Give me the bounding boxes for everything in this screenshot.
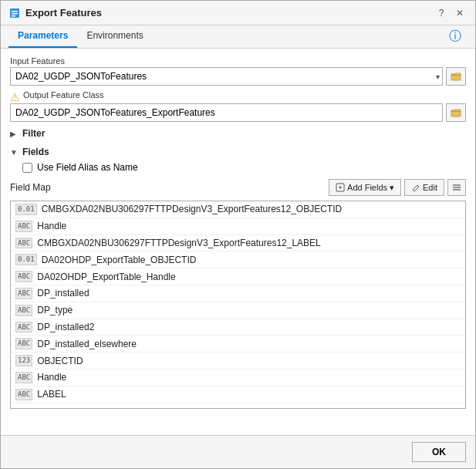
field-item[interactable]: ABCHandle: [11, 218, 465, 235]
tab-parameters[interactable]: Parameters: [8, 25, 77, 48]
use-field-alias-label: Use Field Alias as Name: [37, 162, 138, 173]
hamburger-icon: [451, 183, 462, 192]
field-name-label: LABEL: [37, 389, 66, 400]
output-feature-class-row: [10, 103, 466, 122]
use-field-alias-checkbox[interactable]: [22, 163, 32, 173]
field-type-icon: 0.01: [15, 254, 37, 265]
warning-row: ⚠ Output Feature Class: [10, 90, 466, 103]
field-type-icon: ABC: [15, 271, 32, 282]
chevron-down-icon: ▼: [10, 148, 19, 157]
field-type-icon: ABC: [15, 221, 32, 232]
input-features-select-wrapper: DA02_UGDP_JSONToFeatures ▾: [10, 67, 443, 86]
close-button[interactable]: ✕: [452, 5, 468, 21]
title-bar-left: Export Features: [8, 7, 102, 19]
filter-section-row[interactable]: ▶ Filter: [10, 127, 466, 140]
field-name-label: DA02OHDP_ExportTable_OBJECTID: [42, 255, 197, 265]
field-item[interactable]: ABCDP_type: [11, 302, 465, 319]
field-name-label: DA02OHDP_ExportTable_Handle: [37, 272, 175, 282]
field-item[interactable]: ABCHandle: [11, 369, 465, 386]
field-item[interactable]: 0.01DA02OHDP_ExportTable_OBJECTID: [11, 251, 465, 268]
input-features-label: Input Features: [10, 56, 466, 66]
field-type-icon: ABC: [15, 305, 32, 316]
field-type-icon: 0.01: [15, 204, 37, 215]
field-item[interactable]: 0.01CMBGXDA02NBU306297FTTPDesignV3_Expor…: [11, 201, 465, 218]
svg-line-9: [413, 190, 414, 191]
field-type-icon: ABC: [15, 322, 32, 333]
params-scroll-area: Input Features DA02_UGDP_JSONToFeatures …: [1, 49, 475, 435]
field-name-label: Handle: [37, 221, 66, 231]
field-name-label: DP_installed: [37, 288, 89, 299]
field-type-icon: ABC: [15, 338, 32, 349]
field-type-icon: ABC: [15, 389, 32, 400]
dialog-title: Export Features: [25, 7, 102, 19]
field-item[interactable]: ABCDA02OHDP_ExportTable_Handle: [11, 268, 465, 285]
field-type-icon: ABC: [15, 238, 32, 249]
svg-rect-3: [12, 15, 15, 17]
help-button[interactable]: ?: [434, 5, 449, 21]
field-type-icon: ABC: [15, 288, 32, 299]
folder-icon: [451, 71, 461, 82]
tab-bar: Parameters Environments ⓘ: [1, 25, 475, 49]
svg-rect-1: [12, 11, 18, 12]
tab-environments[interactable]: Environments: [77, 25, 152, 48]
add-fields-button[interactable]: Add Fields ▾: [329, 179, 401, 196]
ok-button[interactable]: OK: [412, 442, 466, 462]
field-item[interactable]: 123OBJECTID: [11, 353, 465, 369]
title-bar-controls: ? ✕: [434, 5, 468, 21]
input-features-row: DA02_UGDP_JSONToFeatures ▾: [10, 67, 466, 86]
menu-button[interactable]: [447, 179, 466, 196]
field-item[interactable]: ABCDP_installed: [11, 285, 465, 302]
folder-icon: [451, 107, 461, 118]
filter-label: Filter: [22, 128, 45, 139]
footer: OK: [1, 435, 475, 468]
title-bar: Export Features ? ✕: [1, 1, 475, 25]
output-feature-class-browse-button[interactable]: [446, 103, 466, 122]
field-item[interactable]: ABCCMBGXDA02NBU306297FTTPDesignV3_Export…: [11, 235, 465, 252]
output-feature-class-section: ⚠ Output Feature Class: [10, 90, 466, 122]
field-name-label: DP_installed_elsewhere: [37, 339, 137, 349]
field-name-label: DP_type: [37, 305, 73, 315]
edit-icon: [411, 183, 420, 192]
add-fields-chevron-icon: ▾: [390, 183, 394, 193]
output-feature-class-label: Output Feature Class: [23, 90, 104, 100]
field-item[interactable]: ABCDP_installed2: [11, 319, 465, 336]
fields-label: Fields: [22, 147, 49, 157]
field-name-label: CMBGXDA02NBU306297FTTPDesignV3_ExportFea…: [42, 204, 343, 214]
field-item[interactable]: ABCDP_installed_elsewhere: [11, 336, 465, 353]
field-name-label: OBJECTID: [37, 356, 83, 366]
use-field-alias-row: Use Field Alias as Name: [10, 162, 466, 173]
table-add-icon: [336, 183, 345, 192]
warning-icon: ⚠: [10, 91, 20, 103]
input-features-section: Input Features DA02_UGDP_JSONToFeatures …: [10, 56, 466, 86]
fieldmap-header: Field Map Add Fields ▾: [10, 176, 466, 197]
svg-rect-2: [12, 13, 18, 15]
field-name-label: Handle: [37, 372, 66, 383]
field-item[interactable]: ABCLABEL: [11, 386, 465, 403]
edit-button[interactable]: Edit: [404, 179, 444, 196]
output-feature-class-input[interactable]: [10, 103, 443, 122]
fields-section: ▼ Fields Use Field Alias as Name Field M…: [10, 145, 466, 409]
fieldmap-actions: Add Fields ▾ Edit: [329, 179, 466, 196]
tab-help-icon[interactable]: ⓘ: [443, 25, 468, 48]
field-name-label: CMBGXDA02NBU306297FTTPDesignV3_ExportFea…: [37, 238, 321, 248]
dialog-icon: [8, 7, 21, 19]
input-features-browse-button[interactable]: [446, 67, 466, 86]
fieldmap-label: Field Map: [10, 182, 51, 193]
fields-section-row[interactable]: ▼ Fields: [10, 145, 466, 159]
content-area: Input Features DA02_UGDP_JSONToFeatures …: [1, 49, 475, 435]
field-name-label: DP_installed2: [37, 322, 94, 332]
export-features-dialog: Export Features ? ✕ Parameters Environme…: [0, 0, 476, 469]
field-type-icon: 123: [15, 355, 32, 366]
field-type-icon: ABC: [15, 372, 32, 383]
input-features-select[interactable]: DA02_UGDP_JSONToFeatures: [10, 67, 443, 86]
fieldmap-list: 0.01CMBGXDA02NBU306297FTTPDesignV3_Expor…: [10, 201, 466, 409]
chevron-right-icon: ▶: [10, 130, 19, 138]
